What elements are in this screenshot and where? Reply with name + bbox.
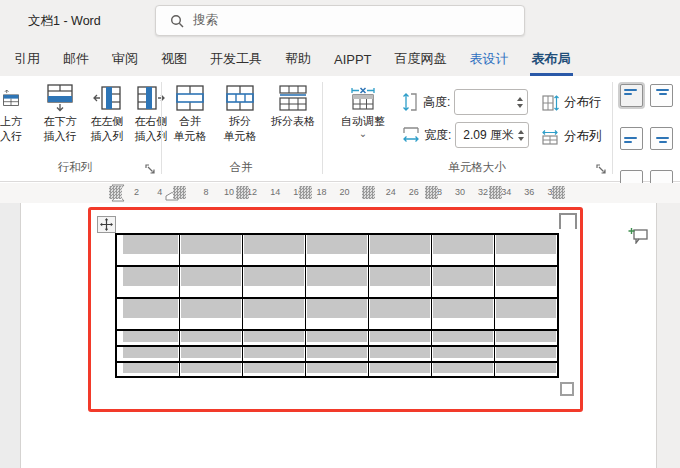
table-cell[interactable]	[243, 267, 305, 297]
insert-row-above-button[interactable]: 上方 入行	[0, 83, 34, 161]
table-cell[interactable]	[432, 363, 494, 376]
tab-邮件[interactable]: 邮件	[61, 42, 91, 76]
table-cell[interactable]	[180, 235, 242, 265]
spin-up-icon[interactable]	[518, 130, 524, 134]
tab-表设计[interactable]: 表设计	[468, 42, 511, 76]
table-cell[interactable]	[117, 347, 179, 361]
table-cell[interactable]	[369, 363, 431, 376]
table-cell[interactable]	[369, 347, 431, 361]
height-input[interactable]	[454, 89, 528, 115]
width-field-row: 宽度: 2.09 厘米	[402, 122, 529, 148]
table-cell[interactable]	[243, 347, 305, 361]
table-cell[interactable]	[306, 235, 368, 265]
table-cell[interactable]	[432, 347, 494, 361]
split-table-button[interactable]: 拆分表格	[264, 83, 322, 161]
table-resize-handle[interactable]	[560, 382, 574, 396]
spin-up-icon[interactable]	[517, 97, 523, 101]
table-cell[interactable]	[243, 299, 305, 329]
spin-down-icon[interactable]	[517, 104, 523, 108]
table-cell[interactable]	[243, 363, 305, 376]
tab-AIPPT[interactable]: AIPPT	[332, 42, 374, 76]
table-cell[interactable]	[369, 267, 431, 297]
merge-cells-button[interactable]: 合并 单元格	[166, 83, 214, 161]
cell-selection-shade	[433, 299, 493, 318]
table-cell[interactable]	[495, 299, 557, 329]
cell-selection-shade	[433, 347, 493, 358]
align-top-left-button[interactable]	[620, 84, 643, 107]
spin-down-icon[interactable]	[518, 137, 524, 141]
width-spinner[interactable]	[514, 123, 528, 147]
table-cell[interactable]	[180, 331, 242, 345]
table-cell[interactable]	[495, 363, 557, 376]
table-cell[interactable]	[243, 331, 305, 345]
table-cell[interactable]	[495, 347, 557, 361]
table-cell[interactable]	[117, 235, 179, 265]
width-input[interactable]: 2.09 厘米	[455, 122, 529, 148]
tab-引用[interactable]: 引用	[12, 42, 42, 76]
ruler-number-36: 36	[522, 187, 536, 197]
table-cell[interactable]	[369, 299, 431, 329]
insert-row-below-button[interactable]: 在下方 插入行	[37, 83, 83, 161]
ruler-column-marker[interactable]	[109, 186, 122, 199]
ruler-column-marker[interactable]	[236, 186, 249, 199]
cell-selection-shade	[307, 331, 367, 342]
align-center-left-button[interactable]	[620, 127, 643, 150]
rows-cols-dialog-launcher[interactable]	[143, 162, 156, 175]
table-cell[interactable]	[432, 235, 494, 265]
tab-开发工具[interactable]: 开发工具	[208, 42, 264, 76]
table-cell[interactable]	[432, 299, 494, 329]
search-input[interactable]: 搜索	[155, 5, 525, 36]
cell-selection-shade	[307, 347, 367, 358]
table-cell[interactable]	[180, 347, 242, 361]
table-cell[interactable]	[117, 363, 179, 376]
table-cell[interactable]	[180, 267, 242, 297]
table-cell[interactable]	[117, 299, 179, 329]
align-top-center-button[interactable]	[650, 84, 673, 107]
tab-表布局[interactable]: 表布局	[530, 42, 573, 76]
height-spinner[interactable]	[512, 90, 527, 114]
table-cell[interactable]	[495, 331, 557, 345]
ruler-column-marker[interactable]	[299, 186, 312, 199]
table-cell[interactable]	[180, 363, 242, 376]
ruler[interactable]: 2468101214161820222426283032343638	[0, 183, 680, 203]
distribute-rows-button[interactable]: 分布行	[542, 94, 602, 111]
table-cell[interactable]	[117, 331, 179, 345]
tab-帮助[interactable]: 帮助	[283, 42, 313, 76]
tab-视图[interactable]: 视图	[159, 42, 189, 76]
ruler-column-marker[interactable]	[362, 186, 375, 199]
table-cell[interactable]	[306, 331, 368, 345]
distribute-columns-button[interactable]: 分布列	[542, 128, 602, 145]
table-cell[interactable]	[432, 267, 494, 297]
table-cell[interactable]	[306, 347, 368, 361]
cell-selection-shade	[370, 347, 430, 358]
new-comment-icon[interactable]	[628, 227, 648, 244]
table-cell[interactable]	[180, 299, 242, 329]
table-cell[interactable]	[117, 267, 179, 297]
table-cell[interactable]	[495, 235, 557, 265]
table-cell[interactable]	[369, 331, 431, 345]
ruler-column-marker[interactable]	[173, 186, 186, 199]
align-center-center-button[interactable]	[650, 127, 673, 150]
ruler-number-24: 24	[384, 187, 398, 197]
group-separator	[612, 82, 613, 174]
tab-审阅[interactable]: 审阅	[110, 42, 140, 76]
table-move-handle[interactable]	[97, 216, 116, 233]
autofit-button[interactable]: 自动调整 ⌄	[330, 83, 396, 161]
table-cell[interactable]	[495, 267, 557, 297]
ruler-column-marker[interactable]	[489, 186, 502, 199]
ruler-number-10: 10	[222, 187, 236, 197]
table-cell[interactable]	[306, 299, 368, 329]
ruler-column-marker[interactable]	[552, 186, 565, 199]
insert-column-left-button[interactable]: 在左侧 插入列	[84, 83, 130, 161]
table-cell[interactable]	[306, 267, 368, 297]
tab-百度网盘[interactable]: 百度网盘	[393, 42, 449, 76]
table-cell[interactable]	[432, 331, 494, 345]
table-cell[interactable]	[243, 235, 305, 265]
cell-selection-shade	[123, 363, 178, 373]
ruler-column-marker[interactable]	[425, 186, 438, 199]
table-cell[interactable]	[369, 235, 431, 265]
cell-size-dialog-launcher[interactable]	[594, 162, 607, 175]
ruler-number-14: 14	[268, 187, 282, 197]
split-cells-button[interactable]: 拆分 单元格	[216, 83, 264, 161]
table-cell[interactable]	[306, 363, 368, 376]
